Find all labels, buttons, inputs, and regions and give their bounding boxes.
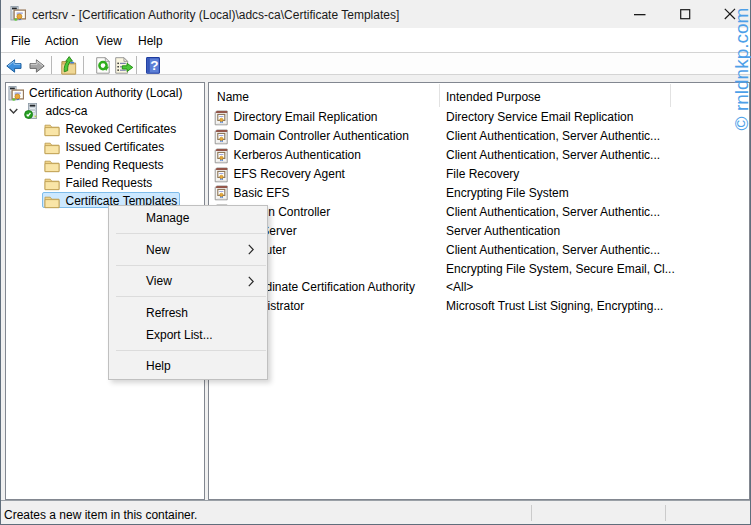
svg-text:?: ? (150, 58, 158, 73)
